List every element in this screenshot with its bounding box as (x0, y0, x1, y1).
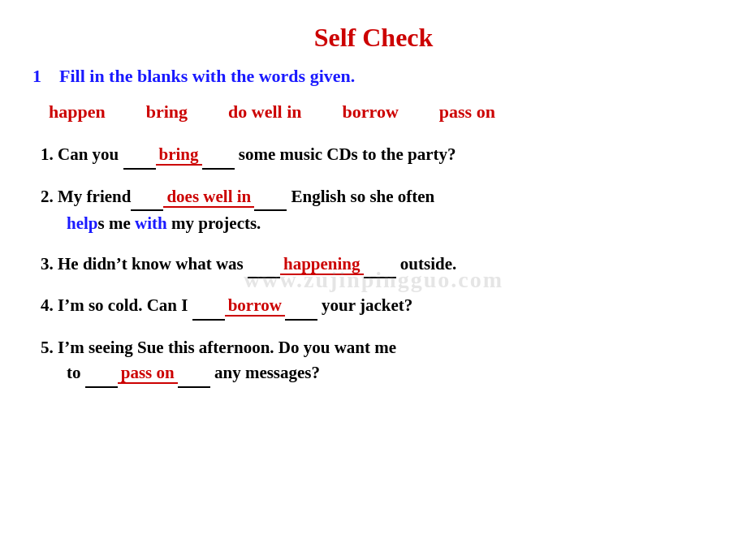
q4-answer: borrow (225, 295, 285, 317)
q2-after: English so she often (291, 187, 435, 206)
q2-helps-s: s me (98, 213, 136, 233)
q1-after: some music CDs to the party? (239, 144, 456, 164)
word-borrow: borrow (343, 101, 399, 123)
q2-answer: does well in (163, 187, 254, 208)
q5-to: to (67, 363, 81, 382)
word-bank: happen bring do well in borrow pass on (49, 101, 715, 123)
word-happen: happen (49, 101, 106, 123)
q4-before: I’m so cold. Can I (58, 295, 192, 315)
q3-blank-after (364, 252, 396, 279)
q2-helps: help (67, 213, 98, 233)
q2-line2: helps me with my projects. (67, 213, 261, 233)
instruction-number: 1 (32, 66, 41, 86)
q4-blank-before (192, 293, 225, 321)
q2-rest: my projects. (167, 213, 261, 233)
q1-before: Can you (58, 144, 123, 164)
question-5: 5. I’m seeing Sue this afternoon. Do you… (41, 335, 715, 388)
word-bring: bring (146, 101, 188, 123)
q3-blank-before (248, 252, 280, 279)
q2-blank-before (131, 184, 163, 212)
q2-blank-after (254, 184, 287, 212)
q5-blank-after (178, 360, 210, 388)
q3-answer: happening (280, 254, 364, 275)
q5-line2: to pass on any messages? (67, 363, 320, 382)
q4-after: your jacket? (322, 295, 412, 315)
q3-before: He didn’t know what was (58, 254, 248, 274)
q5-number: 5. (41, 338, 54, 357)
q1-number: 1. (41, 144, 54, 164)
instruction-text: Fill in the blanks with the words given. (59, 66, 355, 86)
q3-after: outside. (400, 254, 456, 274)
q5-blank-before (85, 360, 118, 388)
q5-after: any messages? (214, 363, 320, 382)
q1-blank-before (123, 142, 156, 170)
q1-answer: bring (156, 144, 202, 166)
page: www.zujinpingguo.com Self Check 1 Fill i… (0, 0, 747, 560)
q5-answer: pass on (118, 363, 178, 384)
page-title: Self Check (32, 23, 715, 53)
q2-number: 2. (41, 187, 54, 206)
q5-line1: I’m seeing Sue this afternoon. Do you wa… (58, 338, 396, 357)
instruction: 1 Fill in the blanks with the words give… (32, 66, 715, 87)
word-do-well-in: do well in (228, 101, 301, 123)
q2-with: with (135, 213, 167, 233)
question-2: 2. My friend does well in English so she… (41, 184, 715, 237)
questions-container: 1. Can you bring some music CDs to the p… (41, 142, 715, 388)
question-4: 4. I’m so cold. Can I borrow your jacket… (41, 293, 715, 321)
word-pass-on: pass on (439, 101, 495, 123)
q4-number: 4. (41, 295, 54, 315)
q4-blank-after (285, 293, 317, 321)
q1-blank-after (202, 142, 235, 170)
q3-number: 3. (41, 254, 54, 274)
question-1: 1. Can you bring some music CDs to the p… (41, 142, 715, 170)
question-3: 3. He didn’t know what was happening out… (41, 252, 715, 279)
q2-before: My friend (58, 187, 131, 206)
